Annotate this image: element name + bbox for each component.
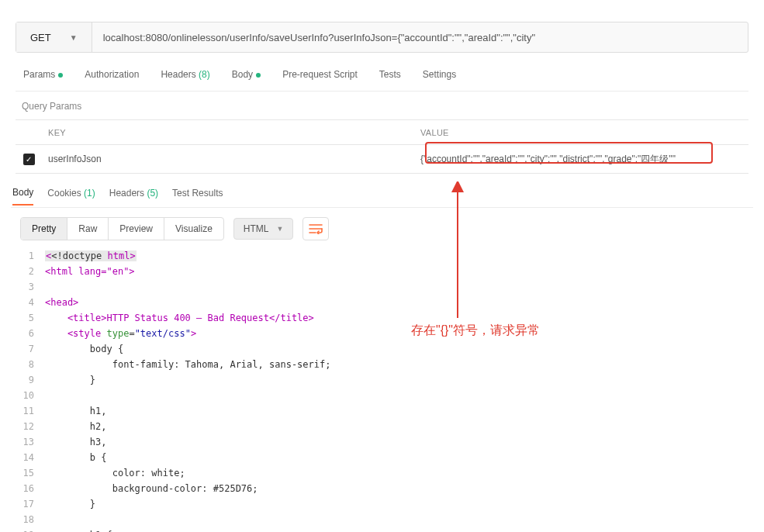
tab-tests[interactable]: Tests xyxy=(379,69,401,88)
tab-params[interactable]: Params xyxy=(23,69,63,88)
tab-headers[interactable]: Headers (8) xyxy=(161,69,209,88)
request-url-input[interactable] xyxy=(92,22,748,52)
tab-authorization[interactable]: Authorization xyxy=(85,69,139,88)
green-dot-icon xyxy=(256,73,261,78)
tab-prerequest-script[interactable]: Pre-request Script xyxy=(282,69,358,88)
wrap-lines-button[interactable] xyxy=(302,217,329,240)
response-format-bar: Pretty Raw Preview Visualize HTML▼ xyxy=(11,217,753,240)
request-tabs: Params Authorization Headers (8) Body Pr… xyxy=(16,67,748,92)
tab-body[interactable]: Body xyxy=(232,69,261,88)
chevron-down-icon: ▼ xyxy=(277,225,284,233)
query-params-table: KEY VALUE ✓ userInfoJson {"accountId":""… xyxy=(16,119,748,174)
query-params-label: Query Params xyxy=(22,101,748,112)
response-tabs: Body Cookies (1) Headers (5) Test Result… xyxy=(11,185,753,208)
response-tab-body[interactable]: Body xyxy=(12,187,33,206)
http-method-select[interactable]: GET ▼ xyxy=(16,22,92,52)
response-language-select[interactable]: HTML▼ xyxy=(233,218,294,240)
format-pretty-button[interactable]: Pretty xyxy=(21,218,67,240)
http-method-value: GET xyxy=(30,32,51,43)
response-body-code[interactable]: 1<<!doctype html> 2<html lang="en"> 3 4<… xyxy=(11,248,753,532)
param-key-input[interactable]: userInfoJson xyxy=(42,154,413,164)
tab-settings[interactable]: Settings xyxy=(423,69,456,88)
chevron-down-icon: ▼ xyxy=(70,33,78,42)
param-enabled-checkbox[interactable]: ✓ xyxy=(23,154,35,165)
format-raw-button[interactable]: Raw xyxy=(67,218,109,240)
format-preview-button[interactable]: Preview xyxy=(109,218,164,240)
response-tab-cookies[interactable]: Cookies (1) xyxy=(47,188,95,205)
response-tab-headers[interactable]: Headers (5) xyxy=(109,188,158,205)
column-header-value: VALUE xyxy=(413,128,748,137)
annotation-text: 存在"{}"符号，请求异常 xyxy=(411,323,540,339)
param-value-input[interactable]: {"accountId":"","areaId":"","city":"","d… xyxy=(413,153,748,166)
green-dot-icon xyxy=(58,73,63,78)
wrap-lines-icon xyxy=(309,223,323,234)
column-header-key: KEY xyxy=(42,128,413,137)
format-visualize-button[interactable]: Visualize xyxy=(164,218,223,240)
response-tab-test-results[interactable]: Test Results xyxy=(172,188,223,205)
